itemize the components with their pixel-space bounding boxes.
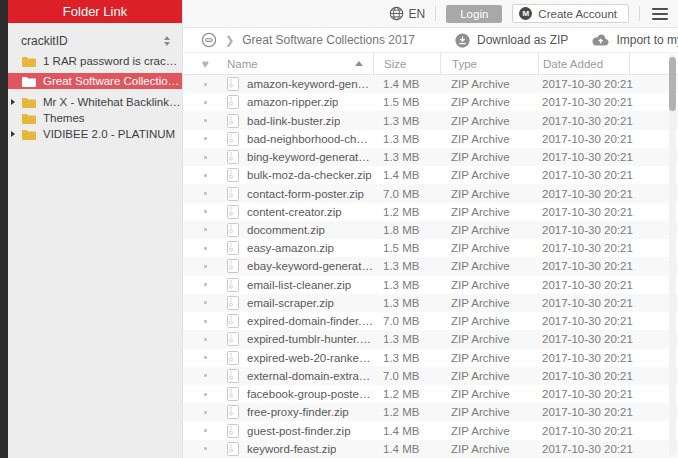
file-date: 2017-10-30 20:21 bbox=[538, 297, 629, 309]
file-row[interactable]: expired-web-20-ranker.zip 1.3 MB ZIP Arc… bbox=[183, 349, 678, 367]
file-row[interactable]: contact-form-poster.zip 7.0 MB ZIP Archi… bbox=[183, 184, 678, 202]
menu-icon[interactable] bbox=[650, 6, 670, 22]
favorite-dot-icon[interactable] bbox=[204, 265, 207, 268]
column-header-size[interactable]: Size bbox=[373, 53, 440, 74]
file-name[interactable]: external-domain-extractor.zip bbox=[247, 370, 373, 382]
file-row[interactable]: email-scraper.zip 1.3 MB ZIP Archive 201… bbox=[183, 294, 678, 312]
file-name[interactable]: email-scraper.zip bbox=[247, 297, 334, 309]
file-row[interactable]: bad-link-buster.zip 1.3 MB ZIP Archive 2… bbox=[183, 111, 678, 129]
favorite-dot-icon[interactable] bbox=[204, 119, 207, 122]
favorite-dot-icon[interactable] bbox=[204, 411, 207, 414]
file-row[interactable]: bulk-moz-da-checker.zip 1.4 MB ZIP Archi… bbox=[183, 166, 678, 184]
sidebar-sort-icon[interactable] bbox=[164, 36, 170, 46]
file-row[interactable]: amazon-ripper.zip 1.5 MB ZIP Archive 201… bbox=[183, 93, 678, 111]
folder-icon bbox=[22, 97, 36, 108]
favorite-dot-icon[interactable] bbox=[204, 447, 207, 450]
file-row[interactable]: docomment.zip 1.8 MB ZIP Archive 2017-10… bbox=[183, 221, 678, 239]
import-to-cloud-button[interactable]: Import to my cloud drive bbox=[592, 33, 678, 47]
file-name[interactable]: easy-amazon.zip bbox=[247, 242, 334, 254]
favorite-dot-icon[interactable] bbox=[204, 283, 207, 286]
favorite-dot-icon[interactable] bbox=[204, 192, 207, 195]
favorite-dot-icon[interactable] bbox=[204, 393, 207, 396]
file-size: 7.0 MB bbox=[373, 370, 440, 382]
file-date: 2017-10-30 20:21 bbox=[538, 315, 629, 327]
file-name[interactable]: expired-web-20-ranker.zip bbox=[247, 352, 373, 364]
column-header-name[interactable]: Name bbox=[227, 53, 373, 74]
download-as-zip-button[interactable]: Download as ZIP bbox=[455, 33, 568, 48]
file-size: 7.0 MB bbox=[373, 188, 440, 200]
file-row[interactable]: email-list-cleaner.zip 1.3 MB ZIP Archiv… bbox=[183, 276, 678, 294]
file-row[interactable]: guest-post-finder.zip 1.4 MB ZIP Archive… bbox=[183, 421, 678, 439]
file-row[interactable]: expired-tumblr-hunter.zip 1.3 MB ZIP Arc… bbox=[183, 330, 678, 348]
file-name[interactable]: content-creator.zip bbox=[247, 206, 342, 218]
login-button[interactable]: Login bbox=[446, 5, 502, 23]
file-name[interactable]: contact-form-poster.zip bbox=[247, 188, 364, 200]
favorite-dot-icon[interactable] bbox=[204, 156, 207, 159]
file-date: 2017-10-30 20:21 bbox=[538, 169, 629, 181]
sidebar-folder-item[interactable]: VIDIBEE 2.0 - PLATINUM bbox=[8, 126, 182, 142]
file-row[interactable]: amazon-keyword-generator.zip 1.4 MB ZIP … bbox=[183, 75, 678, 93]
favorite-dot-icon[interactable] bbox=[204, 374, 207, 377]
file-name[interactable]: expired-domain-finder.zip bbox=[247, 315, 373, 327]
file-name[interactable]: bad-neighborhood-checker.zip bbox=[247, 133, 373, 145]
file-name[interactable]: docomment.zip bbox=[247, 224, 325, 236]
file-row[interactable]: ebay-keyword-generator.zip 1.3 MB ZIP Ar… bbox=[183, 257, 678, 275]
favorite-dot-icon[interactable] bbox=[204, 338, 207, 341]
chevron-right-icon: ❯ bbox=[225, 34, 234, 47]
file-date: 2017-10-30 20:21 bbox=[538, 370, 629, 382]
breadcrumb[interactable]: Great Software Collections 2017 bbox=[242, 33, 415, 47]
favorite-dot-icon[interactable] bbox=[204, 137, 207, 140]
file-name[interactable]: keyword-feast.zip bbox=[247, 443, 336, 455]
favorite-dot-icon[interactable] bbox=[204, 228, 207, 231]
scrollbar-track[interactable] bbox=[669, 54, 676, 456]
zip-file-icon bbox=[227, 424, 239, 438]
file-name[interactable]: bing-keyword-generator.zip bbox=[247, 151, 373, 163]
file-row[interactable]: free-proxy-finder.zip 1.2 MB ZIP Archive… bbox=[183, 403, 678, 421]
sidebar-folder-item[interactable]: 1 RAR password is crackitindones... bbox=[8, 53, 182, 69]
favorite-dot-icon[interactable] bbox=[204, 301, 207, 304]
file-name[interactable]: amazon-keyword-generator.zip bbox=[247, 78, 373, 90]
file-row[interactable]: facebook-group-poster.zip 1.2 MB ZIP Arc… bbox=[183, 385, 678, 403]
file-name[interactable]: ebay-keyword-generator.zip bbox=[247, 260, 373, 272]
sidebar-folder-item[interactable]: Themes bbox=[8, 110, 182, 126]
file-name[interactable]: bulk-moz-da-checker.zip bbox=[247, 169, 372, 181]
expand-arrow-icon[interactable] bbox=[11, 99, 15, 105]
zip-file-icon bbox=[227, 205, 239, 219]
favorite-heart-icon[interactable]: ♥ bbox=[201, 58, 208, 70]
file-row[interactable]: keyword-feast.zip 1.4 MB ZIP Archive 201… bbox=[183, 440, 678, 458]
zip-file-icon bbox=[227, 259, 239, 273]
zip-file-icon bbox=[227, 150, 239, 164]
favorite-dot-icon[interactable] bbox=[204, 429, 207, 432]
language-selector[interactable]: EN bbox=[389, 6, 426, 21]
sidebar-folder-item[interactable]: Mr X - Whitehat Backlinking bbox=[8, 94, 182, 110]
file-name[interactable]: email-list-cleaner.zip bbox=[247, 279, 351, 291]
sidebar-folder-item[interactable]: Great Software Collections 2017 bbox=[8, 73, 182, 89]
favorite-dot-icon[interactable] bbox=[204, 320, 207, 323]
column-header-type[interactable]: Type bbox=[440, 53, 538, 74]
file-name[interactable]: free-proxy-finder.zip bbox=[247, 406, 349, 418]
file-name[interactable]: expired-tumblr-hunter.zip bbox=[247, 333, 373, 345]
favorite-dot-icon[interactable] bbox=[204, 247, 207, 250]
file-name[interactable]: bad-link-buster.zip bbox=[247, 115, 340, 127]
favorite-dot-icon[interactable] bbox=[204, 83, 207, 86]
file-name[interactable]: facebook-group-poster.zip bbox=[247, 388, 373, 400]
favorite-dot-icon[interactable] bbox=[204, 101, 207, 104]
zip-file-icon bbox=[227, 332, 239, 346]
file-row[interactable]: expired-domain-finder.zip 7.0 MB ZIP Arc… bbox=[183, 312, 678, 330]
favorite-dot-icon[interactable] bbox=[204, 210, 207, 213]
file-name[interactable]: amazon-ripper.zip bbox=[247, 96, 338, 108]
file-row[interactable]: bad-neighborhood-checker.zip 1.3 MB ZIP … bbox=[183, 130, 678, 148]
file-row[interactable]: content-creator.zip 1.2 MB ZIP Archive 2… bbox=[183, 203, 678, 221]
expand-arrow-icon[interactable] bbox=[11, 131, 15, 137]
cloud-import-icon bbox=[592, 34, 609, 46]
file-name[interactable]: guest-post-finder.zip bbox=[247, 425, 351, 437]
create-account-button[interactable]: M Create Account bbox=[512, 4, 629, 23]
scrollbar-thumb[interactable] bbox=[669, 57, 676, 111]
column-header-date-added[interactable]: Date Added bbox=[538, 53, 629, 74]
zip-file-icon bbox=[227, 223, 239, 237]
favorite-dot-icon[interactable] bbox=[204, 356, 207, 359]
file-row[interactable]: easy-amazon.zip 1.5 MB ZIP Archive 2017-… bbox=[183, 239, 678, 257]
file-row[interactable]: external-domain-extractor.zip 7.0 MB ZIP… bbox=[183, 367, 678, 385]
favorite-dot-icon[interactable] bbox=[204, 174, 207, 177]
file-row[interactable]: bing-keyword-generator.zip 1.3 MB ZIP Ar… bbox=[183, 148, 678, 166]
